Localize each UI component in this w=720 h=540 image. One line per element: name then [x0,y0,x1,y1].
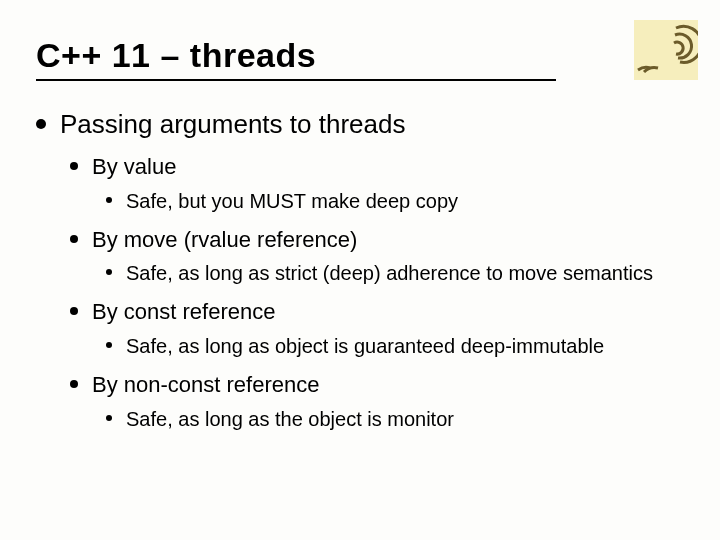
bullet-icon [70,162,78,170]
list-item-label: By const reference [92,297,690,327]
list-item: By non-const reference [70,370,690,400]
list-item: Safe, as long as the object is monitor [106,406,690,433]
list-item-label: By move (rvalue reference) [92,225,690,255]
bullet-icon [70,235,78,243]
list-item-label: Safe, as long as object is guaranteed de… [126,333,690,360]
bullet-icon [70,380,78,388]
bullet-icon [106,197,112,203]
list-item: Safe, but you MUST make deep copy [106,188,690,215]
list-item-label: By non-const reference [92,370,690,400]
slide: C++ 11 – threads Passing arguments to th… [0,0,720,540]
shell-icon [634,20,698,80]
bullet-icon [106,415,112,421]
list-item: Passing arguments to threads [36,107,690,142]
slide-title: C++ 11 – threads [36,36,556,75]
bullet-icon [36,119,46,129]
list-item-label: Safe, as long as strict (deep) adherence… [126,260,690,287]
title-rule [36,79,556,81]
bullet-icon [106,342,112,348]
bullet-icon [106,269,112,275]
content: Passing arguments to threads By value Sa… [36,107,690,433]
bullet-icon [70,307,78,315]
list-item: Safe, as long as object is guaranteed de… [106,333,690,360]
list-item: By value [70,152,690,182]
list-item-label: Safe, but you MUST make deep copy [126,188,690,215]
list-item-label: Passing arguments to threads [60,107,690,142]
list-item: By const reference [70,297,690,327]
list-item-label: Safe, as long as the object is monitor [126,406,690,433]
list-item-label: By value [92,152,690,182]
list-item: By move (rvalue reference) [70,225,690,255]
list-item: Safe, as long as strict (deep) adherence… [106,260,690,287]
